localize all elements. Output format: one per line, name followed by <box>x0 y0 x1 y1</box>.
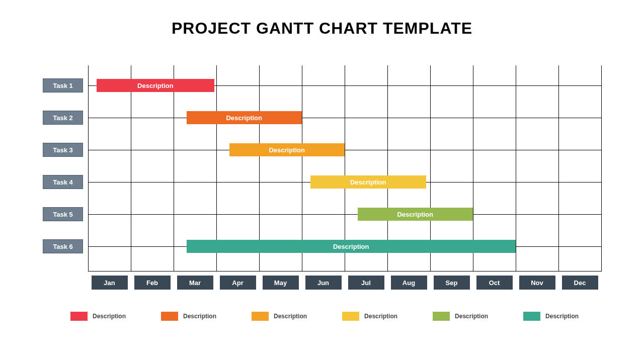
legend-swatch <box>70 312 88 321</box>
month-box: Jun <box>305 276 342 290</box>
grid-vline <box>88 65 89 272</box>
legend-swatch <box>523 312 540 321</box>
legend-swatch <box>433 312 450 321</box>
legend-label: Description <box>93 313 126 320</box>
month-axis: JanFebMarAprMayJunJulAugSepOctNovDec <box>88 276 601 290</box>
month-box: Sep <box>434 276 470 290</box>
task-label: Task 2 <box>43 111 83 125</box>
grid-vline <box>516 65 516 272</box>
grid-vline <box>174 65 174 272</box>
legend-swatch <box>161 312 178 321</box>
task-label: Task 3 <box>43 143 83 157</box>
grid-vline <box>131 65 131 272</box>
task-label: Task 5 <box>43 207 83 221</box>
legend: DescriptionDescriptionDescriptionDescrip… <box>70 312 579 321</box>
month-box: Oct <box>476 276 513 290</box>
month-box: Mar <box>177 276 213 290</box>
legend-label: Description <box>455 313 488 320</box>
task-label: Task 1 <box>43 78 83 93</box>
month-box: Apr <box>220 276 256 290</box>
month-box: Jan <box>92 276 128 290</box>
month-box: Jul <box>348 276 384 290</box>
page-title: PROJECT GANTT CHART TEMPLATE <box>0 19 644 38</box>
legend-swatch <box>342 312 359 321</box>
legend-item: Description <box>523 312 579 321</box>
month-box: Feb <box>134 276 171 290</box>
grid-hline <box>88 118 601 118</box>
legend-label: Description <box>183 313 216 320</box>
grid-vline <box>601 65 602 272</box>
grid-baseline <box>88 271 601 272</box>
legend-item: Description <box>70 312 126 321</box>
legend-item: Description <box>433 312 488 321</box>
task-bar: Description <box>97 79 214 92</box>
month-box: Nov <box>519 276 555 290</box>
legend-swatch <box>252 312 269 321</box>
legend-item: Description <box>161 312 216 321</box>
grid-vline <box>558 65 559 272</box>
legend-item: Description <box>252 312 307 321</box>
legend-item: Description <box>342 312 397 321</box>
task-bar: Description <box>187 111 302 124</box>
task-label: Task 6 <box>43 239 83 253</box>
task-bar: Description <box>310 175 426 189</box>
task-bar: Description <box>187 240 516 253</box>
legend-label: Description <box>364 313 397 320</box>
legend-label: Description <box>545 313 579 320</box>
month-box: May <box>263 276 299 290</box>
grid-hline <box>88 214 601 215</box>
task-label: Task 4 <box>43 175 83 189</box>
task-bar: Description <box>358 208 473 221</box>
task-bar: Description <box>229 143 345 156</box>
month-box: Aug <box>391 276 427 290</box>
month-box: Dec <box>562 276 598 290</box>
legend-label: Description <box>274 313 307 320</box>
grid-hline <box>88 150 601 150</box>
